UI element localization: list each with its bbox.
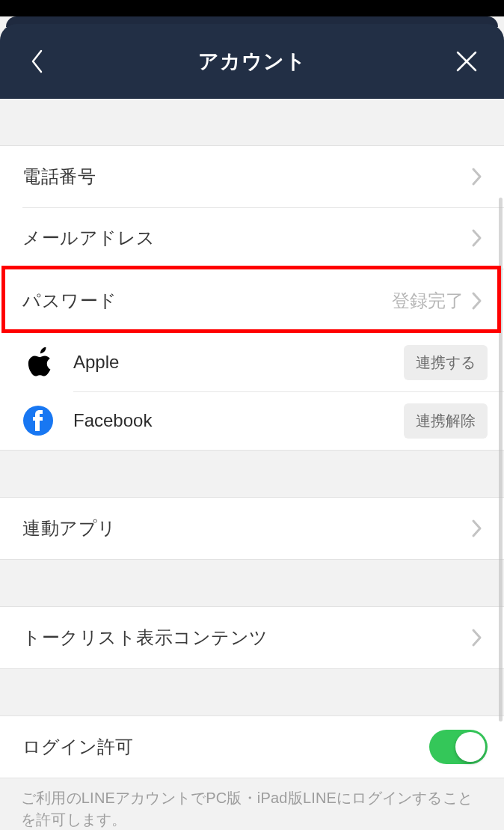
login-permission-toggle[interactable]: [429, 730, 488, 764]
row-login-permission: ログイン許可: [0, 715, 504, 778]
scrollbar-thumb[interactable]: [499, 198, 503, 721]
header-bar: アカウント: [0, 24, 504, 99]
row-apple-label: Apple: [73, 352, 404, 373]
close-button[interactable]: [452, 46, 482, 76]
section-gap-3: [0, 669, 504, 715]
chevron-right-icon: [471, 167, 483, 186]
row-email[interactable]: メールアドレス: [0, 207, 504, 269]
row-phone[interactable]: 電話番号: [0, 146, 504, 207]
row-facebook[interactable]: Facebook 連携解除: [0, 391, 504, 450]
facebook-unlink-button[interactable]: 連携解除: [404, 403, 488, 439]
page-title: アカウント: [0, 48, 504, 75]
chevron-right-icon: [471, 519, 483, 538]
login-permission-note: ご利用のLINEアカウントでPC版・iPad版LINEにログインすることを許可し…: [0, 778, 504, 830]
chevron-left-icon: [30, 49, 45, 74]
row-apple[interactable]: Apple 連携する: [0, 333, 504, 391]
close-icon: [455, 50, 478, 73]
chevron-right-icon: [471, 228, 483, 248]
row-facebook-label: Facebook: [73, 410, 404, 431]
toggle-knob: [455, 732, 485, 762]
talklist-section: トークリスト表示コンテンツ: [0, 606, 504, 669]
back-button[interactable]: [22, 46, 52, 76]
top-spacer: [0, 99, 504, 145]
chevron-right-icon: [471, 291, 483, 311]
chevron-right-icon: [471, 628, 483, 647]
screen: アカウント 電話番号 メールアドレス パスワード: [0, 0, 504, 830]
content-scroll[interactable]: 電話番号 メールアドレス パスワード 登録完了: [0, 99, 504, 830]
facebook-icon: [22, 405, 54, 436]
row-phone-label: 電話番号: [22, 165, 471, 189]
row-talklist[interactable]: トークリスト表示コンテンツ: [0, 607, 504, 668]
account-section: 電話番号 メールアドレス パスワード 登録完了: [0, 145, 504, 451]
section-gap-2: [0, 560, 504, 606]
apple-icon: [22, 347, 54, 378]
row-email-label: メールアドレス: [22, 226, 471, 250]
linked-apps-section: 連動アプリ: [0, 497, 504, 560]
section-gap-1: [0, 451, 504, 497]
row-linked-apps-label: 連動アプリ: [22, 516, 471, 540]
row-password[interactable]: パスワード 登録完了: [0, 269, 504, 333]
apple-link-button[interactable]: 連携する: [404, 345, 488, 380]
row-password-label: パスワード: [22, 289, 392, 313]
status-bar-black: [0, 0, 504, 16]
row-linked-apps[interactable]: 連動アプリ: [0, 498, 504, 559]
row-password-status: 登録完了: [392, 289, 464, 313]
row-talklist-label: トークリスト表示コンテンツ: [22, 626, 471, 650]
row-login-permission-label: ログイン許可: [22, 735, 429, 759]
